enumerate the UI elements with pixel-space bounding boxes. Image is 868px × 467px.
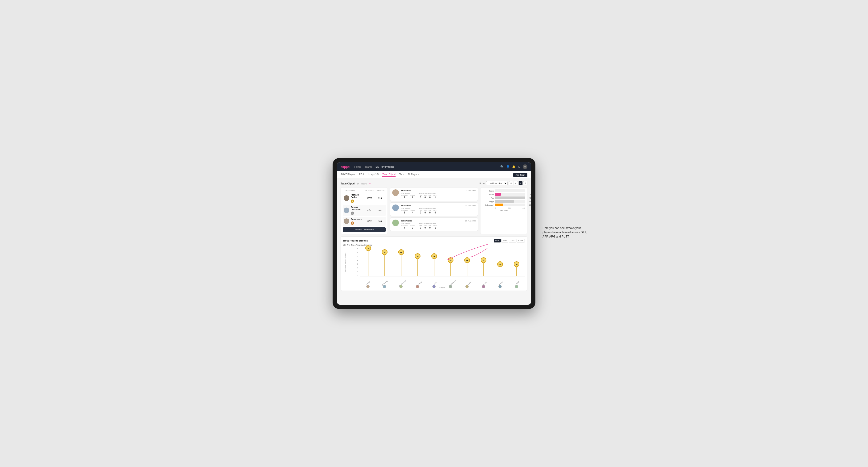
ott-stat: OTT 0 — [419, 225, 422, 229]
nav-home[interactable]: Home — [354, 165, 361, 168]
add-team-button[interactable]: Add Team — [513, 173, 527, 177]
bar-value: 499 — [529, 197, 531, 199]
app-logo: clippd — [341, 165, 349, 168]
sub-nav-team-clippd[interactable]: Team Clippd — [382, 173, 396, 177]
card-stats: Total Rounds Tournament 7 Practice — [401, 193, 476, 199]
col-header-pb: PB SCORE — [364, 189, 375, 191]
y-tick: 4 — [357, 259, 358, 261]
player-pb: 18/20 — [364, 209, 375, 212]
streak-chart: Best Streak, Fairway Accuracy 7 6 5 4 3 … — [343, 248, 525, 288]
card-player-name: Rees Britt — [401, 189, 411, 192]
player-pb: 19/20 — [364, 197, 375, 199]
activities-row: OTT 0 APP 0 — [419, 195, 437, 199]
y-tick: 1 — [357, 271, 358, 272]
player-card: Josh Coles 26 Aug 2023 Total Rounds Tour… — [390, 217, 478, 231]
col-header-player: PLAYER NAME — [344, 189, 364, 191]
streak-value: 4x — [483, 260, 485, 261]
period-select[interactable]: Last 3 months — [486, 181, 507, 185]
y-tick: 0 — [357, 275, 358, 276]
table-icon[interactable]: ▤ — [519, 181, 523, 185]
sub-nav-tour[interactable]: Tour — [399, 173, 404, 177]
col-header-avg: PB AVG SQ — [375, 189, 385, 191]
player-info: Richard Butler 1 — [351, 194, 364, 203]
sub-nav-pgat[interactable]: PGAT Players — [341, 173, 355, 177]
ott-button[interactable]: OTT — [494, 239, 501, 243]
bar-row: Birdies 96 — [483, 193, 525, 196]
bar-track: 499 — [495, 196, 525, 199]
streaks-title: Best Round Streaks — [343, 239, 368, 242]
practice-activities-label: Total Practice Activities — [419, 208, 437, 210]
table-row[interactable]: Cameron... 3 17/20 103 — [343, 217, 385, 226]
three-col-layout: PLAYER NAME PB SCORE PB AVG SQ Richard B… — [341, 187, 527, 234]
sub-nav-pga[interactable]: PGA — [359, 173, 364, 177]
x-label: R. Britt — [434, 281, 438, 285]
putt-stat: PUTT 0 — [433, 210, 437, 214]
streak-value: 4x — [466, 260, 468, 261]
x-axis-names: E. Elvert B. McHerg D. Billingham J. Col… — [360, 283, 525, 284]
view-icons: ⊞ ≡ ▤ ⚙ — [509, 181, 527, 185]
card-date: 02 Sep 2023 — [465, 205, 476, 207]
app-button[interactable]: APP — [501, 239, 508, 243]
search-icon[interactable]: 🔍 — [500, 165, 504, 168]
y-tick: 7 — [357, 248, 358, 250]
tournament-stat: Tournament 7 — [401, 195, 408, 199]
practice-activities-label: Total Practice Activities — [419, 193, 437, 194]
app-stat: APP 0 — [424, 225, 427, 229]
streak-value: 3x — [516, 264, 518, 266]
x-label: E. Elvert — [366, 281, 371, 285]
leaderboard-panel: PLAYER NAME PB SCORE PB AVG SQ Richard B… — [341, 187, 388, 234]
streak-value: 5x — [433, 256, 435, 257]
avatar — [392, 189, 399, 196]
sub-nav-hcaps[interactable]: Hcaps 1-5 — [368, 173, 379, 177]
bar-value: 96 — [530, 194, 531, 195]
view-leaderboard-button[interactable]: View Full Leaderboard — [343, 227, 385, 232]
grid-icon[interactable]: ⊞ — [509, 181, 513, 185]
bar-label: Bogeys — [483, 201, 494, 203]
table-row[interactable]: Richard Butler 1 19/20 110 — [343, 192, 385, 204]
nav-links: Home Teams My Performance — [354, 165, 500, 168]
tournament-stat: Tournament 7 — [401, 225, 408, 229]
bar-fill — [495, 193, 501, 196]
annotation-text: Here you can see streaks your players ha… — [542, 226, 590, 239]
y-tick: 2 — [357, 267, 358, 269]
nav-teams[interactable]: Teams — [365, 165, 372, 168]
player-name: Richard Butler — [351, 194, 364, 198]
rounds-row: Tournament 7 Practice 2 — [401, 225, 415, 229]
y-tick: 5 — [357, 256, 358, 257]
app-stat: APP 0 — [424, 195, 427, 199]
x-label: M. Miller — [483, 281, 488, 285]
y-tick: 6 — [357, 252, 358, 253]
player-card: Rees Britt 02 Sep 2023 Total Rounds Tour… — [390, 203, 478, 216]
x-label: J. Coles — [418, 281, 423, 285]
bar-label: Pars — [483, 197, 494, 199]
table-row[interactable]: Edward Crossman 2 18/20 107 — [343, 205, 385, 216]
settings-icon[interactable]: ⚙ — [523, 181, 527, 185]
x-label: D. Ford — [467, 281, 472, 285]
putt-button[interactable]: PUTT — [517, 239, 525, 243]
users-icon[interactable]: 👤 — [506, 165, 510, 168]
arrow-indicator: ← — [369, 239, 372, 242]
nav-right: 🔍 👤 🔔 ⊙ U — [500, 164, 527, 169]
ott-stat: OTT 0 — [419, 210, 422, 214]
bar-fill — [495, 204, 503, 206]
nav-my-performance[interactable]: My Performance — [375, 165, 395, 168]
target-icon[interactable]: ⊙ — [518, 165, 520, 168]
rank-badge: 1 — [351, 199, 354, 203]
x-axis-players-label: Players — [360, 286, 525, 288]
user-avatar[interactable]: U — [523, 164, 527, 169]
annotation-container: Here you can see streaks your players ha… — [542, 226, 590, 239]
bar-row: Bogeys 311 — [483, 200, 525, 203]
arg-button[interactable]: ARG — [509, 239, 516, 243]
rounds-row: Tournament 7 Practice 6 — [401, 195, 415, 199]
tournament-stat: Tournament 8 — [401, 210, 408, 214]
total-rounds-label: Total Rounds — [401, 193, 415, 194]
list-icon[interactable]: ≡ — [514, 181, 518, 185]
ott-stat: OTT 0 — [419, 195, 422, 199]
y-axis-label-container: Best Streak, Fairway Accuracy — [344, 248, 347, 276]
bell-icon[interactable]: 🔔 — [512, 165, 516, 168]
main-content: Team Clippd | 14 Players ✏ Show Last 3 m… — [337, 179, 531, 305]
avatar — [344, 195, 349, 201]
player-cards-panel: Rees Britt 02 Sep 2023 Total Rounds Tour… — [390, 187, 478, 234]
sub-nav-all-players[interactable]: All Players — [408, 173, 418, 177]
avatar — [392, 205, 399, 211]
